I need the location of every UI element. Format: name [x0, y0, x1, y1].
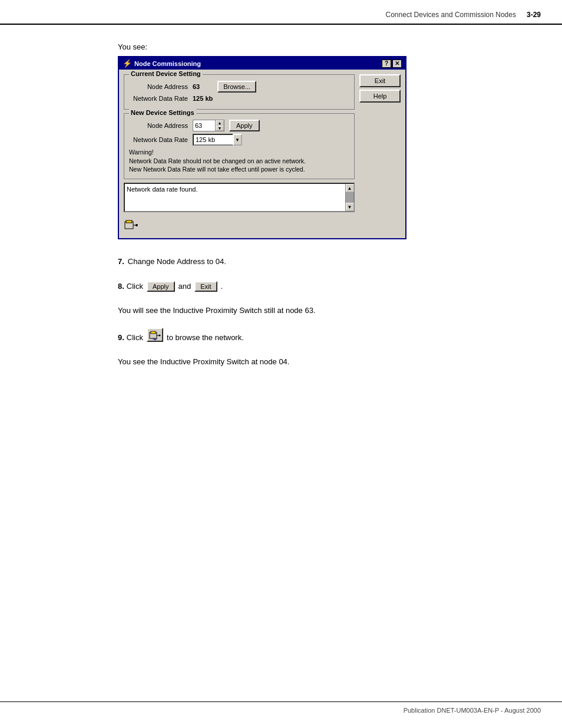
- output-text: Network data rate found.: [127, 186, 197, 193]
- body-text-2: You see the Inductive Proximity Switch a…: [118, 356, 515, 368]
- dialog-title-icon: ⚡: [123, 59, 132, 68]
- step-9-block: 9. Click to browse the network.: [118, 328, 515, 344]
- new-device-settings-label: New Device Settings: [129, 109, 196, 116]
- current-network-data-rate-row: Network Data Rate 125 kb: [129, 95, 349, 102]
- node-icon: [124, 217, 138, 233]
- help-button[interactable]: Help: [359, 90, 401, 103]
- step-8-text-before: Click: [127, 281, 143, 292]
- page-number: 3-29: [527, 11, 541, 19]
- spinner-up[interactable]: ▲: [216, 120, 224, 126]
- dialog-buttons: Exit Help: [359, 74, 401, 233]
- new-node-address-label: Node Address: [129, 122, 188, 129]
- new-node-address-row: Node Address ▲ ▼ Apply: [129, 120, 349, 131]
- page-footer: Publication DNET-UM003A-EN-P - August 20…: [0, 701, 562, 714]
- scrollbar-up-arrow[interactable]: ▲: [346, 184, 354, 192]
- step-9-text-after: to browse the network.: [167, 332, 244, 344]
- help-icon-btn[interactable]: ?: [382, 60, 391, 68]
- dialog-title-buttons: ? ✕: [382, 60, 402, 68]
- node-address-spinner: ▲ ▼: [193, 120, 224, 131]
- browse-network-icon: [149, 330, 161, 340]
- svg-point-3: [135, 224, 138, 226]
- current-node-address-row: Node Address 63 Browse...: [129, 81, 349, 93]
- warning-block: Warning! Network Data Rate should not be…: [129, 148, 349, 174]
- select-arrow-icon[interactable]: ▼: [233, 134, 242, 146]
- step-7-number: 7.: [118, 257, 124, 266]
- new-network-data-rate-row: Network Data Rate 125 kb 250 kb 500 kb ▼: [129, 134, 349, 146]
- step-8-number: 8.: [118, 282, 124, 291]
- spinner-arrows: ▲ ▼: [215, 120, 224, 131]
- node-address-input[interactable]: [193, 120, 215, 131]
- footer-text: Publication DNET-UM003A-EN-P - August 20…: [404, 707, 541, 714]
- page-content: You see: ⚡ Node Commissioning ? ✕ Curren…: [0, 25, 562, 397]
- warning-title: Warning!: [129, 148, 349, 157]
- apply-button[interactable]: Apply: [229, 120, 260, 131]
- step-9-number: 9.: [118, 333, 124, 342]
- step-8-block: 8. Click Apply and Exit .: [118, 281, 515, 292]
- node-commissioning-dialog: ⚡ Node Commissioning ? ✕ Current Device …: [118, 56, 406, 239]
- output-scrollbar: ▲ ▼: [345, 184, 353, 211]
- step-7-block: 7. Change Node Address to 04.: [118, 256, 515, 268]
- step-7-text: Change Node Address to 04.: [128, 256, 226, 268]
- new-network-data-rate-label: Network Data Rate: [129, 136, 188, 143]
- body-text-1: You will see the Inductive Proximity Swi…: [118, 305, 515, 317]
- browse-network-icon-button[interactable]: [147, 328, 163, 342]
- warning-line2: New Network Data Rate will not take effe…: [129, 165, 349, 174]
- step-8-apply-button[interactable]: Apply: [147, 281, 175, 292]
- svg-point-8: [154, 338, 156, 340]
- scrollbar-track: [346, 192, 353, 203]
- close-icon-btn[interactable]: ✕: [392, 60, 402, 68]
- chapter-title: Connect Devices and Commission Nodes: [386, 11, 516, 19]
- you-see-label: You see:: [118, 42, 515, 51]
- current-network-data-rate-label: Network Data Rate: [129, 95, 188, 102]
- step-9-text-before: Click: [127, 332, 143, 344]
- dialog-titlebar: ⚡ Node Commissioning ? ✕: [119, 57, 405, 70]
- spinner-down[interactable]: ▼: [216, 126, 224, 131]
- current-network-data-rate-value: 125 kb: [193, 95, 213, 102]
- current-node-address-label: Node Address: [129, 83, 188, 90]
- step-8-exit-button[interactable]: Exit: [194, 281, 217, 292]
- exit-button[interactable]: Exit: [359, 74, 401, 87]
- network-data-rate-select-container: 125 kb 250 kb 500 kb ▼: [193, 134, 242, 146]
- browse-button[interactable]: Browse...: [217, 81, 256, 93]
- current-device-setting-group: Current Device Setting Node Address 63 B…: [124, 74, 355, 110]
- output-area: Network data rate found. ▲ ▼: [124, 183, 355, 212]
- scrollbar-down-arrow[interactable]: ▼: [346, 203, 354, 211]
- warning-line1: Network Data Rate should not be changed …: [129, 157, 349, 166]
- dialog-main: Current Device Setting Node Address 63 B…: [124, 74, 355, 233]
- current-device-setting-label: Current Device Setting: [129, 70, 203, 77]
- current-node-address-value: 63: [193, 83, 200, 90]
- dialog-body: Current Device Setting Node Address 63 B…: [119, 70, 405, 238]
- svg-point-7: [159, 334, 161, 336]
- new-device-settings-group: New Device Settings Node Address ▲ ▼ App…: [124, 113, 355, 179]
- svg-rect-5: [151, 331, 156, 334]
- dialog-title: Node Commissioning: [134, 60, 201, 67]
- svg-rect-1: [126, 220, 132, 223]
- step-8-and: and: [178, 281, 191, 292]
- network-data-rate-select[interactable]: 125 kb 250 kb 500 kb: [193, 134, 234, 146]
- step-8-period: .: [221, 281, 223, 292]
- page-header: Connect Devices and Commission Nodes 3-2…: [0, 0, 562, 25]
